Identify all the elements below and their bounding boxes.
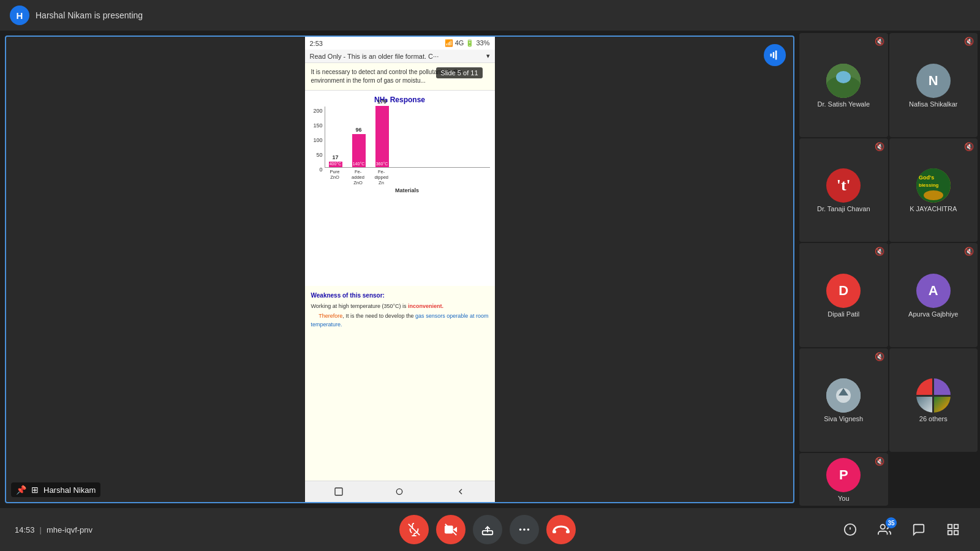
tanaji-initial: 't' xyxy=(837,176,851,195)
svg-point-8 xyxy=(836,71,851,83)
phone-home-btn[interactable] xyxy=(393,485,406,498)
participant-name-nafisa: Nafisa Shikalkar xyxy=(909,100,957,108)
mute-icon-apurva: 🔇 xyxy=(964,247,974,256)
svg-rect-33 xyxy=(954,525,958,528)
activities-button[interactable] xyxy=(941,517,965,542)
participant-tile-dipali: 🔇 D Dipali Patil xyxy=(799,243,888,347)
volume-indicator xyxy=(764,44,786,66)
phone-back-btn[interactable] xyxy=(454,485,467,498)
phone-status-bar: 2:53 📶 4G 🔋 33% xyxy=(305,37,495,50)
mute-icon-siva: 🔇 xyxy=(875,352,884,361)
bar-fe-added: 96 140°C xyxy=(352,127,366,167)
weakness-inconvenient: inconvenient. xyxy=(408,303,443,309)
share-screen-button[interactable] xyxy=(473,515,502,544)
slide-tooltip-text: Slide 5 of 11 xyxy=(440,69,478,77)
weakness-text3: , It is the need to develop the xyxy=(342,313,415,319)
x-label-pure: Pure ZnO xyxy=(328,169,342,186)
phone-screen: 2:53 📶 4G 🔋 33% Read Only - This is an o… xyxy=(305,37,495,502)
presenter-text: Harshal Nikam is presenting xyxy=(36,10,143,20)
dropdown-arrow-icon[interactable]: ▾ xyxy=(486,52,490,60)
svg-point-25 xyxy=(527,528,530,531)
svg-marker-19 xyxy=(453,527,457,532)
add-icon: ⊞ xyxy=(31,485,39,495)
top-bar: H Harshal Nikam is presenting xyxy=(0,0,980,31)
participant-tile-apurva: 🔇 A Apurva Gajbhiye xyxy=(889,243,978,347)
camera-button[interactable] xyxy=(436,515,466,544)
bar2-value: 96 xyxy=(355,127,361,133)
bottom-bar: 14:53 | mhe-iqvf-pnv xyxy=(0,508,980,551)
phone-square-btn[interactable] xyxy=(332,485,345,498)
svg-rect-27 xyxy=(566,530,570,533)
time-separator: | xyxy=(40,525,42,534)
mute-icon-satish: 🔇 xyxy=(875,37,884,46)
people-count-badge: 35 xyxy=(886,517,897,528)
bar-fe-dipped: 179 360°C xyxy=(375,99,389,167)
phone-icons: 📶 4G 🔋 33% xyxy=(445,39,490,47)
end-call-button[interactable] xyxy=(546,515,576,544)
weakness-title: Weakness of this sensor: xyxy=(311,291,489,300)
phone-time: 2:53 xyxy=(310,40,323,47)
presenter-name: Harshal Nikam xyxy=(43,485,96,495)
participant-name-you: You xyxy=(838,495,850,502)
x-label-feadded: Fe-added ZnO xyxy=(352,169,365,186)
y-axis-50: 50 xyxy=(316,152,322,158)
avatar-nafisa: N xyxy=(916,64,951,98)
participant-name-kjaya: K JAYACHITRA xyxy=(910,205,957,212)
weakness-text1: Working at high temperature (350°C) is xyxy=(311,303,409,309)
svg-rect-2 xyxy=(775,51,777,60)
mute-icon-nafisa: 🔇 xyxy=(964,37,974,46)
y-axis-150: 150 xyxy=(313,122,322,129)
info-button[interactable] xyxy=(838,517,862,542)
bar3-value: 179 xyxy=(377,99,386,105)
participant-name-dipali: Dipali Patil xyxy=(827,310,859,318)
pin-icon: 📌 xyxy=(16,485,26,495)
svg-text:God's: God's xyxy=(919,174,934,181)
avatar-dipali: D xyxy=(826,274,861,308)
more-options-button[interactable] xyxy=(510,515,539,544)
bar2-temp: 140°C xyxy=(353,162,365,166)
slide-tooltip: Slide 5 of 11 xyxy=(436,67,482,78)
svg-point-31 xyxy=(881,525,885,529)
weakness-therefore: Therefore xyxy=(318,313,342,319)
svg-text:blessing: blessing xyxy=(919,182,939,188)
chat-button[interactable] xyxy=(907,517,931,542)
svg-rect-32 xyxy=(948,525,952,528)
y-axis-100: 100 xyxy=(313,137,322,143)
participant-name-others: 26 others xyxy=(919,415,948,422)
bar1-value: 17 xyxy=(332,154,338,160)
avatar-apurva: A xyxy=(916,274,951,308)
participant-name-siva: Siva Vignesh xyxy=(824,415,863,422)
phone-file-label: Read Only - This is an older file format… xyxy=(310,53,484,60)
participant-tile-others: 26 others xyxy=(889,348,978,452)
svg-point-24 xyxy=(523,528,526,531)
dipali-initial: D xyxy=(839,283,848,299)
participant-name-apurva: Apurva Gajbhiye xyxy=(908,310,958,318)
main-layout: 2:53 📶 4G 🔋 33% Read Only - This is an o… xyxy=(0,31,980,508)
avatar-siva xyxy=(826,378,861,413)
people-button[interactable]: 35 xyxy=(872,517,897,542)
meeting-time: 14:53 xyxy=(15,525,35,534)
svg-rect-20 xyxy=(445,526,453,534)
participant-tile-satish: 🔇 Dr. Satish Yewale xyxy=(799,33,888,137)
phone-toolbar: Read Only - This is an older file format… xyxy=(305,50,495,63)
mute-icon-dipali: 🔇 xyxy=(875,247,884,256)
svg-rect-0 xyxy=(771,54,772,57)
participant-tile-tanaji: 🔇 't' Dr. Tanaji Chavan xyxy=(799,138,888,242)
weakness-section: Weakness of this sensor: Working at high… xyxy=(305,286,495,481)
x-label-fedipped: Fe-dipped Zn xyxy=(375,169,388,186)
avatar-kjaya: God's blessing xyxy=(916,168,951,203)
presenter-initial: H xyxy=(17,10,23,21)
mute-button[interactable] xyxy=(399,515,429,544)
presenter-label: 📌 ⊞ Harshal Nikam xyxy=(11,482,100,497)
right-controls: 35 xyxy=(838,517,965,542)
mute-icon-tanaji: 🔇 xyxy=(875,142,884,151)
participant-name-satish: Dr. Satish Yewale xyxy=(817,100,870,108)
apurva-initial: A xyxy=(929,283,938,299)
meeting-info: 14:53 | mhe-iqvf-pnv xyxy=(15,525,137,534)
svg-rect-26 xyxy=(552,530,556,533)
svg-point-12 xyxy=(924,190,943,200)
meeting-code: mhe-iqvf-pnv xyxy=(47,525,92,534)
participants-panel: 🔇 Dr. Satish Yewale 🔇 N Nafisa Shikalkar xyxy=(799,31,980,508)
nafisa-initial: N xyxy=(929,73,938,89)
svg-point-4 xyxy=(397,489,402,494)
